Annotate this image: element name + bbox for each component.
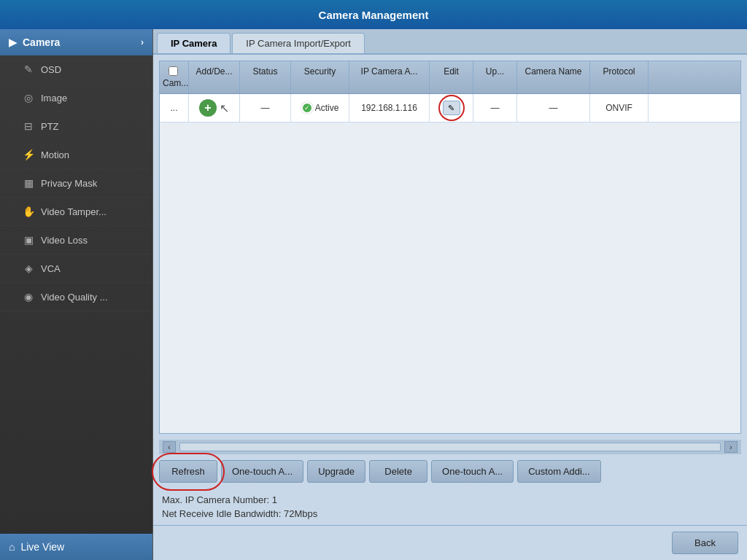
image-icon: ◎ — [22, 91, 35, 104]
vca-icon: ◈ — [22, 262, 35, 275]
table-row: ... + ↖ — ✓ Active — [160, 94, 740, 122]
table-header: Cam... Add/De... Status Security IP Came… — [160, 61, 740, 94]
edit-camera-button[interactable]: ✎ — [443, 101, 460, 115]
upgrade-button[interactable]: Upgrade — [307, 460, 365, 483]
motion-icon: ⚡ — [22, 148, 35, 161]
max-ip-info: Max. IP Camera Number: 1 — [162, 494, 738, 505]
sidebar: ▶ Camera › ✎ OSD ◎ Image ⊟ PTZ ⚡ Motion — [0, 29, 153, 560]
cell-ip: 192.168.1.116 — [349, 94, 430, 122]
chevron-right-icon: › — [141, 37, 144, 47]
scroll-left-button[interactable]: ‹ — [163, 441, 176, 453]
col-header-ip: IP Camera A... — [349, 61, 430, 93]
footer: Back — [153, 525, 747, 560]
col-header-up: Up... — [473, 61, 517, 93]
custom-add-button[interactable]: Custom Addi... — [517, 460, 601, 483]
sidebar-item-video-tamper[interactable]: ✋ Video Tamper... — [0, 198, 152, 226]
edit-btn-container: ✎ — [443, 101, 460, 115]
col-header-security: Security — [291, 61, 349, 93]
cursor-arrow: ↖ — [220, 101, 229, 115]
osd-icon: ✎ — [22, 63, 35, 76]
refresh-btn-container: Refresh — [159, 460, 217, 483]
cell-security: ✓ Active — [291, 94, 349, 122]
refresh-button[interactable]: Refresh — [159, 460, 217, 483]
sidebar-item-osd[interactable]: ✎ OSD — [0, 55, 152, 84]
sidebar-item-label: Video Tamper... — [41, 206, 107, 217]
sidebar-item-video-quality[interactable]: ◉ Video Quality ... — [0, 283, 152, 311]
tabs: IP Camera IP Camera Import/Export — [153, 29, 747, 55]
sidebar-item-motion[interactable]: ⚡ Motion — [0, 141, 152, 169]
sidebar-item-label: Motion — [41, 149, 69, 160]
sidebar-item-label: OSD — [41, 64, 61, 75]
bandwidth-info: Net Receive Idle Bandwidth: 72Mbps — [162, 508, 738, 519]
back-button[interactable]: Back — [672, 532, 738, 554]
active-status-icon: ✓ — [301, 102, 313, 114]
sidebar-item-vca[interactable]: ◈ VCA — [0, 254, 152, 283]
delete-button[interactable]: Delete — [369, 460, 427, 483]
action-buttons: Refresh One-touch A... Upgrade Delete On… — [153, 454, 747, 489]
main-layout: ▶ Camera › ✎ OSD ◎ Image ⊟ PTZ ⚡ Motion — [0, 29, 747, 560]
live-view-button[interactable]: ⌂ Live View — [0, 534, 152, 560]
protocol-value: ONVIF — [605, 103, 632, 113]
sidebar-camera-header[interactable]: ▶ Camera › — [0, 29, 152, 55]
col-header-cam: Cam... — [160, 61, 189, 93]
cell-add[interactable]: + ↖ — [189, 94, 240, 122]
add-camera-button[interactable]: + — [199, 99, 217, 117]
cell-up: — — [473, 94, 517, 122]
live-view-icon: ⌂ — [9, 541, 15, 553]
cell-edit[interactable]: ✎ — [430, 94, 473, 122]
tab-ip-camera-import-export[interactable]: IP Camera Import/Export — [232, 33, 365, 53]
video-quality-icon: ◉ — [22, 290, 35, 303]
privacy-mask-icon: ▦ — [22, 176, 35, 190]
status-label: Active — [315, 103, 339, 113]
live-view-label: Live View — [20, 541, 64, 553]
col-header-camera-name: Camera Name — [517, 61, 590, 93]
sidebar-item-video-loss[interactable]: ▣ Video Loss — [0, 226, 152, 254]
sidebar-item-label: PTZ — [41, 121, 59, 132]
select-all-checkbox[interactable] — [169, 66, 178, 76]
sidebar-item-label: Video Quality ... — [41, 292, 108, 303]
ptz-icon: ⊟ — [22, 120, 35, 133]
col-header-status: Status — [240, 61, 291, 93]
camera-table: Cam... Add/De... Status Security IP Came… — [159, 61, 741, 434]
cell-status: — — [240, 94, 291, 122]
app-title: Camera Management — [319, 9, 429, 21]
horizontal-scrollbar[interactable]: ‹ › — [159, 440, 741, 454]
col-header-protocol: Protocol — [590, 61, 649, 93]
col-header-edit: Edit — [430, 61, 473, 93]
video-tamper-icon: ✋ — [22, 205, 35, 218]
status-active: ✓ Active — [301, 102, 339, 114]
sidebar-item-label: Video Loss — [41, 235, 88, 246]
dash-status: — — [261, 103, 270, 113]
info-bar: Max. IP Camera Number: 1 Net Receive Idl… — [153, 489, 747, 525]
scroll-track[interactable] — [179, 443, 721, 451]
sidebar-item-ptz[interactable]: ⊟ PTZ — [0, 112, 152, 141]
cell-protocol: ONVIF — [590, 94, 649, 122]
camera-icon: ▶ — [9, 36, 17, 48]
sidebar-items: ✎ OSD ◎ Image ⊟ PTZ ⚡ Motion ▦ Privacy M… — [0, 55, 152, 311]
sidebar-item-label: Image — [41, 93, 67, 104]
cell-camera-name: — — [517, 94, 590, 122]
tab-ip-camera[interactable]: IP Camera — [157, 33, 231, 53]
cell-cam: ... — [160, 94, 189, 122]
title-bar: Camera Management — [0, 0, 747, 29]
video-loss-icon: ▣ — [22, 233, 35, 246]
content-area: IP Camera IP Camera Import/Export Cam...… — [153, 29, 747, 560]
sidebar-item-label: VCA — [41, 263, 61, 274]
ip-address: 192.168.1.116 — [361, 103, 417, 113]
sidebar-item-privacy-mask[interactable]: ▦ Privacy Mask — [0, 169, 152, 198]
scroll-right-button[interactable]: › — [724, 441, 738, 453]
sidebar-header-label: Camera — [23, 36, 60, 48]
sidebar-item-label: Privacy Mask — [41, 178, 97, 189]
one-touch-add-button[interactable]: One-touch A... — [431, 460, 514, 483]
col-header-add: Add/De... — [189, 61, 240, 93]
sidebar-item-image[interactable]: ◎ Image — [0, 84, 152, 112]
table-body: ... + ↖ — ✓ Active — [160, 94, 740, 433]
one-touch-activate-button[interactable]: One-touch A... — [221, 460, 303, 483]
